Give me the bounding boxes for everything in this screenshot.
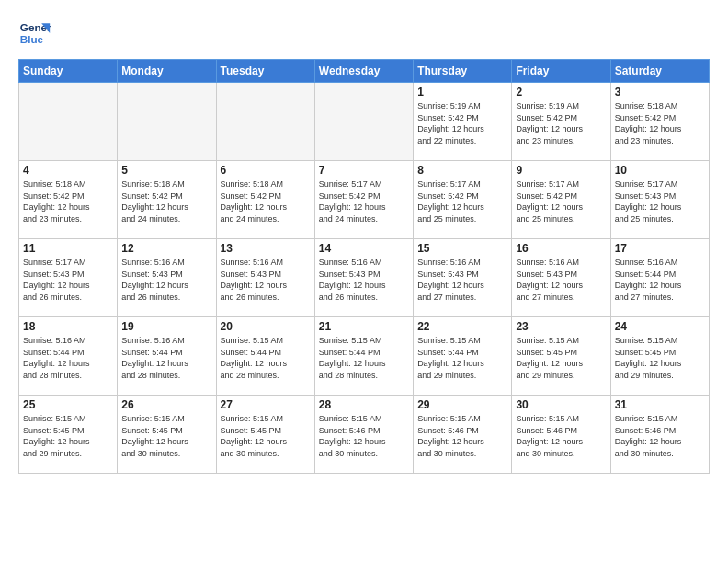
calendar-cell: 5Sunrise: 5:18 AM Sunset: 5:42 PM Daylig… bbox=[118, 161, 216, 239]
week-row-2: 4Sunrise: 5:18 AM Sunset: 5:42 PM Daylig… bbox=[19, 161, 710, 239]
day-info: Sunrise: 5:17 AM Sunset: 5:42 PM Dayligh… bbox=[319, 178, 409, 224]
day-number: 15 bbox=[417, 242, 507, 255]
day-number: 6 bbox=[221, 164, 311, 177]
day-info: Sunrise: 5:16 AM Sunset: 5:44 PM Dayligh… bbox=[23, 335, 113, 381]
day-info: Sunrise: 5:16 AM Sunset: 5:44 PM Dayligh… bbox=[121, 335, 211, 381]
day-number: 8 bbox=[417, 164, 507, 177]
day-info: Sunrise: 5:15 AM Sunset: 5:45 PM Dayligh… bbox=[516, 335, 606, 381]
day-number: 18 bbox=[23, 320, 113, 333]
day-number: 22 bbox=[417, 320, 507, 333]
calendar-cell: 2Sunrise: 5:19 AM Sunset: 5:42 PM Daylig… bbox=[512, 83, 610, 161]
day-info: Sunrise: 5:18 AM Sunset: 5:42 PM Dayligh… bbox=[221, 178, 311, 224]
day-info: Sunrise: 5:15 AM Sunset: 5:45 PM Dayligh… bbox=[23, 413, 113, 459]
calendar-cell: 27Sunrise: 5:15 AM Sunset: 5:45 PM Dayli… bbox=[216, 396, 314, 474]
day-number: 9 bbox=[516, 164, 606, 177]
day-info: Sunrise: 5:17 AM Sunset: 5:43 PM Dayligh… bbox=[23, 257, 113, 303]
calendar-cell: 10Sunrise: 5:17 AM Sunset: 5:43 PM Dayli… bbox=[610, 161, 709, 239]
calendar-cell: 18Sunrise: 5:16 AM Sunset: 5:44 PM Dayli… bbox=[19, 317, 118, 396]
weekday-header-friday: Friday bbox=[512, 60, 610, 83]
day-info: Sunrise: 5:15 AM Sunset: 5:44 PM Dayligh… bbox=[221, 335, 311, 381]
day-info: Sunrise: 5:18 AM Sunset: 5:42 PM Dayligh… bbox=[23, 178, 113, 224]
day-info: Sunrise: 5:15 AM Sunset: 5:45 PM Dayligh… bbox=[121, 413, 211, 459]
day-number: 19 bbox=[121, 320, 211, 333]
calendar-cell: 26Sunrise: 5:15 AM Sunset: 5:45 PM Dayli… bbox=[118, 396, 216, 474]
day-number: 20 bbox=[221, 320, 311, 333]
day-number: 14 bbox=[319, 242, 409, 255]
weekday-header-wednesday: Wednesday bbox=[314, 60, 413, 83]
day-number: 17 bbox=[615, 242, 705, 255]
calendar-cell: 1Sunrise: 5:19 AM Sunset: 5:42 PM Daylig… bbox=[414, 83, 512, 161]
day-info: Sunrise: 5:16 AM Sunset: 5:44 PM Dayligh… bbox=[615, 257, 705, 303]
day-info: Sunrise: 5:16 AM Sunset: 5:43 PM Dayligh… bbox=[516, 257, 606, 303]
calendar-cell: 25Sunrise: 5:15 AM Sunset: 5:45 PM Dayli… bbox=[19, 396, 118, 474]
day-number: 7 bbox=[319, 164, 409, 177]
calendar-cell: 7Sunrise: 5:17 AM Sunset: 5:42 PM Daylig… bbox=[314, 161, 413, 239]
day-number: 23 bbox=[516, 320, 606, 333]
calendar-cell: 29Sunrise: 5:15 AM Sunset: 5:46 PM Dayli… bbox=[414, 396, 512, 474]
calendar-cell: 17Sunrise: 5:16 AM Sunset: 5:44 PM Dayli… bbox=[610, 239, 709, 317]
calendar-cell: 8Sunrise: 5:17 AM Sunset: 5:42 PM Daylig… bbox=[414, 161, 512, 239]
logo-icon: General Blue bbox=[18, 17, 51, 50]
calendar-cell: 30Sunrise: 5:15 AM Sunset: 5:46 PM Dayli… bbox=[512, 396, 610, 474]
svg-text:Blue: Blue bbox=[20, 33, 44, 45]
calendar-cell: 23Sunrise: 5:15 AM Sunset: 5:45 PM Dayli… bbox=[512, 317, 610, 396]
calendar-cell: 22Sunrise: 5:15 AM Sunset: 5:44 PM Dayli… bbox=[414, 317, 512, 396]
day-info: Sunrise: 5:17 AM Sunset: 5:43 PM Dayligh… bbox=[615, 178, 705, 224]
weekday-header-row: SundayMondayTuesdayWednesdayThursdayFrid… bbox=[19, 60, 710, 83]
day-info: Sunrise: 5:16 AM Sunset: 5:43 PM Dayligh… bbox=[121, 257, 211, 303]
day-info: Sunrise: 5:17 AM Sunset: 5:42 PM Dayligh… bbox=[516, 178, 606, 224]
calendar-cell: 12Sunrise: 5:16 AM Sunset: 5:43 PM Dayli… bbox=[118, 239, 216, 317]
day-number: 11 bbox=[23, 242, 113, 255]
calendar-cell bbox=[216, 83, 314, 161]
day-info: Sunrise: 5:15 AM Sunset: 5:46 PM Dayligh… bbox=[417, 413, 507, 459]
day-number: 31 bbox=[615, 398, 705, 411]
day-info: Sunrise: 5:15 AM Sunset: 5:44 PM Dayligh… bbox=[319, 335, 409, 381]
calendar-cell: 3Sunrise: 5:18 AM Sunset: 5:42 PM Daylig… bbox=[610, 83, 709, 161]
calendar-cell bbox=[314, 83, 413, 161]
day-number: 27 bbox=[221, 398, 311, 411]
day-number: 29 bbox=[417, 398, 507, 411]
day-info: Sunrise: 5:16 AM Sunset: 5:43 PM Dayligh… bbox=[417, 257, 507, 303]
week-row-4: 18Sunrise: 5:16 AM Sunset: 5:44 PM Dayli… bbox=[19, 317, 710, 396]
day-number: 4 bbox=[23, 164, 113, 177]
day-info: Sunrise: 5:15 AM Sunset: 5:45 PM Dayligh… bbox=[615, 335, 705, 381]
calendar-cell: 15Sunrise: 5:16 AM Sunset: 5:43 PM Dayli… bbox=[414, 239, 512, 317]
day-number: 24 bbox=[615, 320, 705, 333]
day-info: Sunrise: 5:15 AM Sunset: 5:44 PM Dayligh… bbox=[417, 335, 507, 381]
calendar-cell: 21Sunrise: 5:15 AM Sunset: 5:44 PM Dayli… bbox=[314, 317, 413, 396]
weekday-header-saturday: Saturday bbox=[610, 60, 709, 83]
day-number: 26 bbox=[121, 398, 211, 411]
day-info: Sunrise: 5:19 AM Sunset: 5:42 PM Dayligh… bbox=[516, 100, 606, 146]
day-info: Sunrise: 5:19 AM Sunset: 5:42 PM Dayligh… bbox=[417, 100, 507, 146]
week-row-3: 11Sunrise: 5:17 AM Sunset: 5:43 PM Dayli… bbox=[19, 239, 710, 317]
calendar-cell: 13Sunrise: 5:16 AM Sunset: 5:43 PM Dayli… bbox=[216, 239, 314, 317]
calendar-cell: 11Sunrise: 5:17 AM Sunset: 5:43 PM Dayli… bbox=[19, 239, 118, 317]
day-info: Sunrise: 5:17 AM Sunset: 5:42 PM Dayligh… bbox=[417, 178, 507, 224]
weekday-header-sunday: Sunday bbox=[19, 60, 118, 83]
day-number: 1 bbox=[417, 86, 507, 98]
day-info: Sunrise: 5:18 AM Sunset: 5:42 PM Dayligh… bbox=[615, 100, 705, 146]
day-number: 30 bbox=[516, 398, 606, 411]
day-info: Sunrise: 5:15 AM Sunset: 5:46 PM Dayligh… bbox=[319, 413, 409, 459]
calendar-table: SundayMondayTuesdayWednesdayThursdayFrid… bbox=[18, 59, 710, 474]
calendar-cell: 9Sunrise: 5:17 AM Sunset: 5:42 PM Daylig… bbox=[512, 161, 610, 239]
day-number: 3 bbox=[615, 86, 705, 98]
calendar-cell: 28Sunrise: 5:15 AM Sunset: 5:46 PM Dayli… bbox=[314, 396, 413, 474]
day-info: Sunrise: 5:15 AM Sunset: 5:46 PM Dayligh… bbox=[516, 413, 606, 459]
calendar-cell: 6Sunrise: 5:18 AM Sunset: 5:42 PM Daylig… bbox=[216, 161, 314, 239]
weekday-header-thursday: Thursday bbox=[414, 60, 512, 83]
day-info: Sunrise: 5:18 AM Sunset: 5:42 PM Dayligh… bbox=[121, 178, 211, 224]
calendar-cell bbox=[118, 83, 216, 161]
calendar-cell bbox=[19, 83, 118, 161]
day-info: Sunrise: 5:15 AM Sunset: 5:45 PM Dayligh… bbox=[221, 413, 311, 459]
day-number: 10 bbox=[615, 164, 705, 177]
week-row-5: 25Sunrise: 5:15 AM Sunset: 5:45 PM Dayli… bbox=[19, 396, 710, 474]
weekday-header-monday: Monday bbox=[118, 60, 216, 83]
day-number: 2 bbox=[516, 86, 606, 98]
calendar-cell: 20Sunrise: 5:15 AM Sunset: 5:44 PM Dayli… bbox=[216, 317, 314, 396]
day-number: 21 bbox=[319, 320, 409, 333]
day-number: 13 bbox=[221, 242, 311, 255]
day-number: 28 bbox=[319, 398, 409, 411]
weekday-header-tuesday: Tuesday bbox=[216, 60, 314, 83]
day-info: Sunrise: 5:16 AM Sunset: 5:43 PM Dayligh… bbox=[319, 257, 409, 303]
